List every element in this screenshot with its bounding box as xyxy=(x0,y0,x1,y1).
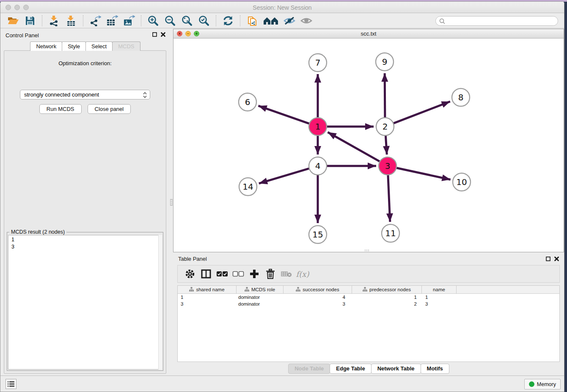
graph-node-2[interactable]: 2 xyxy=(376,118,394,135)
dropdown-stepper-icon xyxy=(143,91,147,100)
graph-node-8[interactable]: 8 xyxy=(452,88,470,106)
table-row[interactable]: 3dominator323 xyxy=(178,301,559,307)
edge-1-6[interactable] xyxy=(258,106,309,124)
toolbar-separator xyxy=(216,15,216,26)
first-neighbors-icon[interactable] xyxy=(263,14,279,27)
show-all-icon[interactable] xyxy=(300,14,313,27)
tab-mcds[interactable]: MCDS xyxy=(112,41,140,51)
table-row[interactable]: 1dominator411 xyxy=(178,294,559,301)
tab-motifs[interactable]: Motifs xyxy=(421,364,449,374)
table-body: 1dominator4113dominator323 xyxy=(178,294,559,307)
search-input[interactable] xyxy=(447,18,554,24)
hierarchy-icon xyxy=(296,287,300,293)
svg-text:8: 8 xyxy=(458,92,464,102)
graph-node-6[interactable]: 6 xyxy=(239,93,256,111)
toolbar-separator xyxy=(141,15,141,26)
close-table-panel-icon[interactable] xyxy=(554,257,559,261)
graph-node-3[interactable]: 3 xyxy=(379,157,396,175)
graph-node-11[interactable]: 11 xyxy=(382,224,399,242)
split-table-icon[interactable] xyxy=(199,268,213,280)
close-panel-icon[interactable] xyxy=(161,32,165,37)
zoom-fit-icon[interactable] xyxy=(181,14,193,27)
tab-style[interactable]: Style xyxy=(62,41,86,51)
save-session-icon[interactable] xyxy=(24,14,36,27)
status-bar: Memory xyxy=(0,375,564,392)
refresh-icon[interactable] xyxy=(222,14,234,27)
svg-text:6: 6 xyxy=(245,97,250,107)
graph-node-4[interactable]: 4 xyxy=(309,157,327,175)
mcds-panel: Optimization criterion: strongly connect… xyxy=(4,50,166,374)
edge-3-10[interactable] xyxy=(396,168,451,179)
graph-node-10[interactable]: 10 xyxy=(453,173,471,191)
hide-selected-icon[interactable] xyxy=(283,14,296,27)
control-panel-tabs[interactable]: NetworkStyleSelectMCDS xyxy=(0,41,170,51)
graph-node-9[interactable]: 9 xyxy=(376,53,394,71)
toolbar-separator xyxy=(42,15,42,26)
control-panel: Control Panel NetworkStyleSelectMCDS Opt… xyxy=(0,29,170,375)
close-panel-button[interactable]: Close panel xyxy=(88,104,131,114)
memory-status-icon xyxy=(529,381,534,387)
network-view-window: × – + scc.txt 1234678910111415 xyxy=(173,29,564,252)
function-builder-icon[interactable]: f(x) xyxy=(295,268,310,280)
export-image-icon[interactable] xyxy=(123,14,135,27)
run-mcds-button[interactable]: Run MCDS xyxy=(39,104,82,114)
export-network-icon[interactable] xyxy=(89,14,102,27)
table-panel: Table Panel xyxy=(173,253,564,375)
tab-select[interactable]: Select xyxy=(85,41,113,51)
table-panel-tabs[interactable]: Node TableEdge TableNetwork TableMotifs xyxy=(173,364,564,374)
edge-2-8[interactable] xyxy=(394,102,450,124)
network-resize-grip[interactable] xyxy=(365,249,370,251)
graph-node-7[interactable]: 7 xyxy=(309,54,327,72)
result-scrollbar[interactable] xyxy=(158,235,162,370)
column-header-name[interactable]: name xyxy=(422,286,457,293)
tab-node-table[interactable]: Node Table xyxy=(288,364,330,374)
tab-edge-table[interactable]: Edge Table xyxy=(330,364,371,374)
network-window-titlebar[interactable]: × – + scc.txt xyxy=(173,29,564,39)
edge-4-14[interactable] xyxy=(259,168,309,183)
graph-node-1[interactable]: 1 xyxy=(309,118,327,135)
import-network-icon[interactable] xyxy=(48,14,61,27)
search-box[interactable] xyxy=(435,16,558,26)
svg-text:4: 4 xyxy=(315,161,321,171)
edge-3-1[interactable] xyxy=(328,132,380,161)
mcds-result-text[interactable]: 1 3 xyxy=(8,235,162,370)
settings-gear-icon[interactable] xyxy=(183,268,197,280)
zoom-in-icon[interactable] xyxy=(147,14,160,27)
column-header-successor-nodes[interactable]: successor nodes xyxy=(284,286,352,293)
clone-network-icon[interactable] xyxy=(246,14,259,27)
column-header-shared-name[interactable]: shared name xyxy=(178,286,237,293)
toolbar-separator xyxy=(83,15,83,26)
add-column-icon[interactable] xyxy=(247,268,261,280)
splitter-grip[interactable] xyxy=(170,199,173,206)
edge-2-9[interactable] xyxy=(385,73,385,118)
zoom-out-icon[interactable] xyxy=(164,14,176,27)
import-table-icon[interactable] xyxy=(65,14,77,27)
delete-column-icon[interactable] xyxy=(263,268,278,280)
graph-node-15[interactable]: 15 xyxy=(309,226,327,243)
graph-node-14[interactable]: 14 xyxy=(239,178,257,196)
delete-table-icon[interactable] xyxy=(279,268,294,280)
network-canvas[interactable]: 1234678910111415 xyxy=(173,39,564,252)
edge-2-3[interactable] xyxy=(385,135,387,155)
tab-network[interactable]: Network xyxy=(30,41,62,51)
deselect-all-columns-icon[interactable] xyxy=(231,268,245,280)
edge-3-11[interactable] xyxy=(388,175,390,222)
column-header-MCDS-role[interactable]: MCDS role xyxy=(237,286,284,293)
zoom-selected-icon[interactable] xyxy=(198,14,210,27)
node-table[interactable]: shared nameMCDS rolesuccessor nodesprede… xyxy=(177,285,560,362)
memory-button-label: Memory xyxy=(537,381,556,387)
vertical-splitter[interactable] xyxy=(170,29,173,375)
open-session-icon[interactable] xyxy=(7,14,19,27)
hierarchy-icon xyxy=(363,287,367,293)
select-all-columns-icon[interactable] xyxy=(215,268,229,280)
memory-button[interactable]: Memory xyxy=(524,379,561,389)
float-panel-icon[interactable] xyxy=(152,32,157,37)
optimization-dropdown[interactable]: strongly connected component xyxy=(20,90,150,99)
tab-network-table[interactable]: Network Table xyxy=(371,364,421,374)
optimization-criterion-label: Optimization criterion: xyxy=(4,60,166,66)
float-table-panel-icon[interactable] xyxy=(546,257,550,261)
table-header-row[interactable]: shared nameMCDS rolesuccessor nodesprede… xyxy=(178,286,559,294)
task-history-button[interactable] xyxy=(6,379,17,389)
export-table-icon[interactable] xyxy=(106,14,118,27)
column-header-predecessor-nodes[interactable]: predecessor nodes xyxy=(352,286,422,293)
